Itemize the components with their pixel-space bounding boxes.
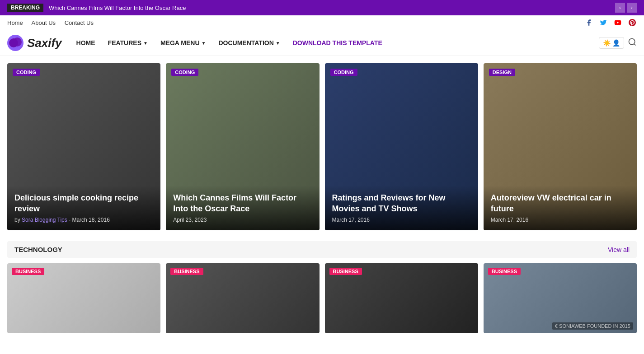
header-right: ☀️ 👤	[599, 37, 637, 49]
svg-line-4	[634, 43, 636, 45]
card-3-meta: March 17, 2016	[332, 217, 471, 223]
card-4-overlay: Autoreview VW electrical car in future M…	[484, 186, 637, 230]
nav-mega-menu[interactable]: MEGA MENU ▼	[155, 36, 212, 50]
card-3-category: CODING	[330, 69, 357, 76]
card-3-date: March 17, 2016	[332, 217, 370, 223]
breaking-next-button[interactable]: ›	[627, 3, 637, 13]
mega-menu-chevron-icon: ▼	[202, 41, 206, 46]
youtube-icon[interactable]	[613, 18, 622, 27]
pinterest-icon[interactable]	[628, 18, 637, 27]
bottom-card-1-category: BUSINESS	[12, 268, 44, 275]
bottom-card-1[interactable]: BUSINESS	[7, 263, 160, 333]
top-nav: Home About Us Contact Us	[0, 15, 644, 30]
logo[interactable]: Saxify	[7, 35, 62, 51]
breaking-label: BREAKING	[7, 4, 43, 12]
svg-point-2	[13, 37, 22, 47]
top-nav-links: Home About Us Contact Us	[7, 19, 101, 26]
card-1-overlay: Delicious simple cooking recipe review b…	[7, 186, 160, 230]
top-nav-about[interactable]: About Us	[32, 19, 56, 26]
card-3[interactable]: CODING Ratings and Reviews for New Movie…	[325, 63, 478, 230]
card-1[interactable]: CODING Delicious simple cooking recipe r…	[7, 63, 160, 230]
card-4[interactable]: DESIGN Autoreview VW electrical car in f…	[484, 63, 637, 230]
social-icons	[584, 18, 637, 27]
breaking-nav: ‹ ›	[615, 3, 637, 13]
nav-features[interactable]: FEATURES ▼	[103, 36, 153, 50]
logo-text: Saxify	[27, 36, 62, 50]
top-nav-contact[interactable]: Contact Us	[65, 19, 94, 26]
nav-documentation[interactable]: DOCUMENTATION ▼	[213, 36, 285, 50]
card-1-author: Sora Blogging Tips	[22, 217, 67, 223]
card-2-overlay: Which Cannes Films Will Factor Into the …	[166, 186, 319, 230]
main-header: Saxify HOME FEATURES ▼ MEGA MENU ▼ DOCUM…	[0, 30, 644, 56]
logo-icon	[7, 35, 24, 51]
facebook-icon[interactable]	[584, 18, 593, 27]
card-2-category: CODING	[171, 69, 198, 76]
breaking-text: Which Cannes Films Will Factor Into the …	[49, 5, 637, 11]
card-1-date: March 18, 2016	[72, 217, 109, 223]
svg-point-1	[8, 38, 19, 49]
svg-point-3	[629, 38, 635, 44]
theme-toggle[interactable]: ☀️ 👤	[599, 37, 624, 49]
documentation-chevron-icon: ▼	[276, 41, 280, 46]
view-all-link[interactable]: View all	[608, 246, 630, 253]
main-nav: HOME FEATURES ▼ MEGA MENU ▼ DOCUMENTATIO…	[71, 36, 590, 50]
search-button[interactable]	[628, 37, 637, 49]
card-4-title: Autoreview VW electrical car in future	[491, 193, 630, 214]
top-nav-home[interactable]: Home	[7, 19, 23, 26]
technology-section-title: TECHNOLOGY	[14, 246, 62, 253]
bottom-card-2[interactable]: BUSINESS	[166, 263, 319, 333]
card-2-date: April 23, 2023	[173, 217, 207, 223]
card-1-meta: by Sora Blogging Tips - March 18, 2016	[14, 217, 153, 223]
nav-home[interactable]: HOME	[71, 36, 101, 50]
bottom-card-3[interactable]: BUSINESS	[325, 263, 478, 333]
main-cards-grid: CODING Delicious simple cooking recipe r…	[0, 56, 644, 238]
card-2-meta: April 23, 2023	[173, 217, 312, 223]
card-4-date: March 17, 2016	[491, 217, 528, 223]
bottom-card-4-category: BUSINESS	[488, 268, 521, 275]
card-1-category: CODING	[13, 69, 40, 76]
card-2-title: Which Cannes Films Will Factor Into the …	[173, 193, 312, 214]
bottom-cards-grid: BUSINESS BUSINESS BUSINESS BUSINESS € SO…	[0, 258, 644, 339]
sun-icon: ☀️	[603, 39, 611, 47]
bottom-card-3-category: BUSINESS	[329, 268, 362, 275]
card-2[interactable]: CODING Which Cannes Films Will Factor In…	[166, 63, 319, 230]
card-1-title: Delicious simple cooking recipe review	[14, 193, 153, 214]
card-4-meta: March 17, 2016	[491, 217, 630, 223]
card-3-title: Ratings and Reviews for New Movies and T…	[332, 193, 471, 214]
breaking-prev-button[interactable]: ‹	[615, 3, 625, 13]
breaking-bar: BREAKING Which Cannes Films Will Factor …	[0, 0, 644, 15]
moon-icon: 👤	[612, 39, 620, 47]
nav-download-template[interactable]: DOWNLOAD THIS TEMPLATE	[287, 36, 388, 50]
bottom-card-2-category: BUSINESS	[170, 268, 203, 275]
card-3-overlay: Ratings and Reviews for New Movies and T…	[325, 186, 478, 230]
features-chevron-icon: ▼	[143, 41, 148, 46]
card-4-category: DESIGN	[489, 69, 515, 76]
watermark: € SONIAWEB FOUNDED IN 2015	[552, 322, 633, 330]
technology-section-header: TECHNOLOGY View all	[7, 241, 637, 258]
bottom-card-4[interactable]: BUSINESS € SONIAWEB FOUNDED IN 2015	[484, 263, 637, 333]
twitter-icon[interactable]	[599, 18, 608, 27]
